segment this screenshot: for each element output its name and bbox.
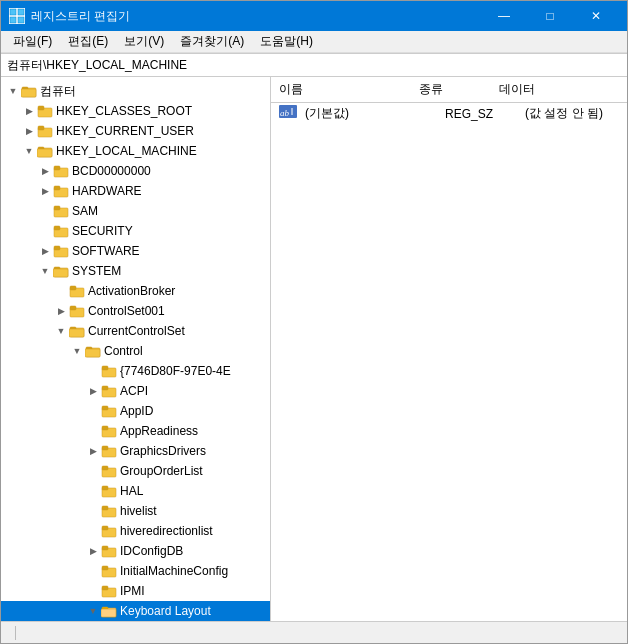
svg-rect-13 xyxy=(37,149,52,157)
tree-expander[interactable] xyxy=(53,283,69,299)
tree-item[interactable]: SAM xyxy=(1,201,270,221)
tree-item[interactable]: hiveredirectionlist xyxy=(1,521,270,541)
tree-label: ACPI xyxy=(120,384,148,398)
tree-label: SAM xyxy=(72,204,98,218)
tree-expander[interactable] xyxy=(85,403,101,419)
folder-icon xyxy=(53,244,69,258)
window-controls: — □ ✕ xyxy=(481,1,619,31)
folder-icon xyxy=(37,144,53,158)
folder-icon xyxy=(37,104,53,118)
menu-item[interactable]: 보기(V) xyxy=(116,31,172,52)
tree-label: AppID xyxy=(120,404,153,418)
tree-expander[interactable] xyxy=(85,363,101,379)
maximize-button[interactable]: □ xyxy=(527,1,573,31)
svg-rect-23 xyxy=(54,246,60,250)
svg-rect-3 xyxy=(18,17,24,23)
tree-label: InitialMachineConfig xyxy=(120,564,228,578)
menu-item[interactable]: 도움말(H) xyxy=(252,31,321,52)
tree-expander[interactable]: ▶ xyxy=(53,303,69,319)
svg-rect-8 xyxy=(38,106,44,110)
menu-item[interactable]: 즐겨찾기(A) xyxy=(172,31,252,52)
tree-item[interactable]: InitialMachineConfig xyxy=(1,561,270,581)
tree-label: ActivationBroker xyxy=(88,284,175,298)
svg-rect-48 xyxy=(102,466,108,470)
tree-label: GroupOrderList xyxy=(120,464,203,478)
tree-item[interactable]: {7746D80F-97E0-4E xyxy=(1,361,270,381)
tree-item[interactable]: AppReadiness xyxy=(1,421,270,441)
tree-expander[interactable]: ▼ xyxy=(5,83,21,99)
tree-expander[interactable] xyxy=(85,423,101,439)
tree-expander[interactable] xyxy=(85,463,101,479)
tree-label: BCD00000000 xyxy=(72,164,151,178)
svg-rect-6 xyxy=(21,89,36,97)
tree-expander[interactable]: ▶ xyxy=(85,443,101,459)
tree-pane[interactable]: ▼ 컴퓨터▶ HKEY_CLASSES_ROOT▶ HKEY_CURRENT_U… xyxy=(1,77,271,621)
tree-item[interactable]: ActivationBroker xyxy=(1,281,270,301)
folder-icon xyxy=(53,164,69,178)
svg-rect-19 xyxy=(54,206,60,210)
tree-label: ControlSet001 xyxy=(88,304,165,318)
tree-expander[interactable] xyxy=(85,583,101,599)
folder-icon xyxy=(53,224,69,238)
folder-icon xyxy=(53,264,69,278)
tree-expander[interactable] xyxy=(37,223,53,239)
tree-item[interactable]: ▼ HKEY_LOCAL_MACHINE xyxy=(1,141,270,161)
tree-item[interactable]: SECURITY xyxy=(1,221,270,241)
tree-expander[interactable] xyxy=(85,563,101,579)
tree-expander[interactable]: ▼ xyxy=(53,323,69,339)
close-button[interactable]: ✕ xyxy=(573,1,619,31)
tree-item[interactable]: ▶ SOFTWARE xyxy=(1,241,270,261)
tree-expander[interactable]: ▶ xyxy=(37,163,53,179)
tree-expander[interactable]: ▼ xyxy=(85,603,101,619)
tree-label: 컴퓨터 xyxy=(40,83,76,100)
status-divider xyxy=(15,626,16,640)
tree-item[interactable]: ▶ HKEY_CURRENT_USER xyxy=(1,121,270,141)
tree-label: AppReadiness xyxy=(120,424,198,438)
tree-expander[interactable]: ▶ xyxy=(85,383,101,399)
tree-expander[interactable]: ▼ xyxy=(37,263,53,279)
folder-icon xyxy=(101,384,117,398)
menu-item[interactable]: 파일(F) xyxy=(5,31,60,52)
tree-expander[interactable] xyxy=(37,203,53,219)
tree-expander[interactable]: ▶ xyxy=(21,103,37,119)
minimize-button[interactable]: — xyxy=(481,1,527,31)
tree-item[interactable]: ▶ ControlSet001 xyxy=(1,301,270,321)
tree-item[interactable]: ▼ SYSTEM xyxy=(1,261,270,281)
tree-expander[interactable]: ▶ xyxy=(21,123,37,139)
tree-expander[interactable] xyxy=(85,503,101,519)
svg-rect-50 xyxy=(102,486,108,490)
tree-item[interactable]: ▼ CurrentControlSet xyxy=(1,321,270,341)
tree-item[interactable]: ▶ HKEY_CLASSES_ROOT xyxy=(1,101,270,121)
svg-rect-33 xyxy=(69,329,84,337)
folder-icon xyxy=(101,404,117,418)
tree-item[interactable]: GroupOrderList xyxy=(1,461,270,481)
tree-item[interactable]: hivelist xyxy=(1,501,270,521)
tree-item[interactable]: ▶ IDConfigDB xyxy=(1,541,270,561)
tree-expander[interactable]: ▶ xyxy=(37,183,53,199)
table-row[interactable]: ab (기본값)REG_SZ(값 설정 안 됨) xyxy=(271,103,627,124)
tree-item[interactable]: HAL xyxy=(1,481,270,501)
folder-icon xyxy=(101,504,117,518)
value-data: (값 설정 안 됨) xyxy=(525,105,619,122)
tree-expander[interactable]: ▶ xyxy=(85,543,101,559)
tree-item[interactable]: ▼ Keyboard Layout xyxy=(1,601,270,621)
tree-expander[interactable]: ▶ xyxy=(37,243,53,259)
tree-item[interactable]: ▼ 컴퓨터 xyxy=(1,81,270,101)
tree-item[interactable]: ▼ Control xyxy=(1,341,270,361)
tree-label: SECURITY xyxy=(72,224,133,238)
menu-item[interactable]: 편집(E) xyxy=(60,31,116,52)
tree-expander[interactable] xyxy=(85,483,101,499)
tree-item[interactable]: ▶ GraphicsDrivers xyxy=(1,441,270,461)
tree-item[interactable]: IPMI xyxy=(1,581,270,601)
tree-item[interactable]: ▶ HARDWARE xyxy=(1,181,270,201)
tree-expander[interactable]: ▼ xyxy=(69,343,85,359)
tree-expander[interactable] xyxy=(85,523,101,539)
column-name: 이름 xyxy=(279,81,419,98)
tree-item[interactable]: ▶ ACPI xyxy=(1,381,270,401)
tree-label: SOFTWARE xyxy=(72,244,140,258)
tree-item[interactable]: ▶ BCD00000000 xyxy=(1,161,270,181)
tree-label: Control xyxy=(104,344,143,358)
tree-label: HAL xyxy=(120,484,143,498)
tree-expander[interactable]: ▼ xyxy=(21,143,37,159)
tree-item[interactable]: AppID xyxy=(1,401,270,421)
